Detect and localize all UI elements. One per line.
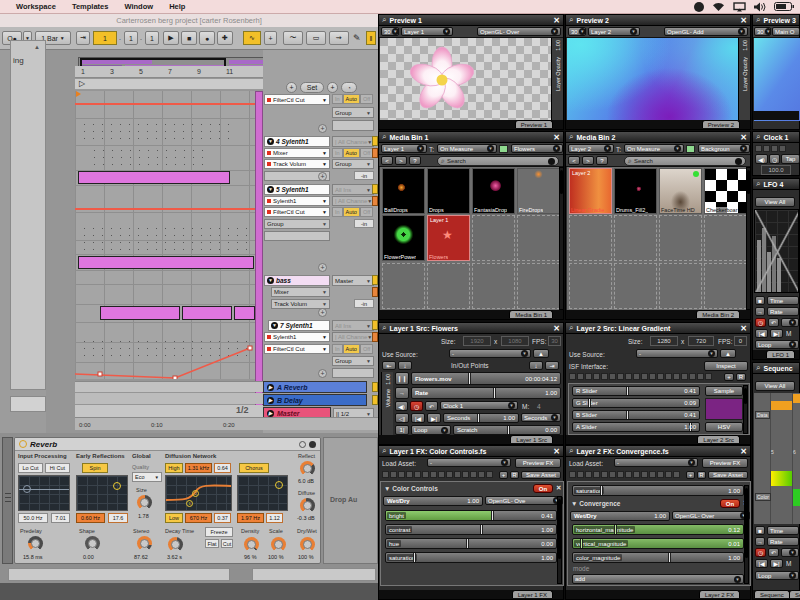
empty-media-slot[interactable] (382, 263, 425, 309)
low-freq-value[interactable]: 670 Hz (185, 513, 212, 523)
layer2-src-tab[interactable]: Layer 2 Src (697, 435, 740, 443)
mediabin2-titlebar[interactable]: ⌕Media Bin 2✕ (566, 132, 750, 143)
layer1-src-titlebar[interactable]: ⌕Layer 1 Src: Flowers✕ (379, 323, 563, 334)
fx1-load-asset-dropdown[interactable]: -▼ (427, 458, 511, 467)
high-shelf-button[interactable]: High (165, 463, 183, 473)
bin1-color-swatch[interactable] (499, 145, 508, 153)
pencil-icon[interactable]: ✎ (353, 33, 361, 43)
ip-q-value[interactable]: 7.01 (51, 513, 70, 523)
preview1-layer-dropdown[interactable]: Layer 1▼ (401, 27, 453, 36)
fx1-remove-icon[interactable]: ✕ (556, 484, 561, 492)
airplay-icon[interactable] (733, 2, 746, 12)
track4-name[interactable]: ▼4 Sylenth1 (264, 136, 330, 147)
track4-gain[interactable]: -in (354, 171, 374, 180)
punch-button[interactable]: ✚ (217, 31, 233, 45)
fx1-wetdry-slider[interactable]: Wet/Dry1.00 (383, 496, 483, 506)
preview2-titlebar[interactable]: ⌕Preview 2✕ (566, 15, 750, 26)
drywet-knob[interactable] (300, 537, 315, 552)
mediabin2-tab[interactable]: Media Bin 2 (696, 310, 740, 318)
src1-width-field[interactable]: 1920 (463, 336, 491, 346)
src2-height-field[interactable]: 720 (688, 336, 714, 346)
src1-audio-button[interactable]: ◀) (395, 401, 408, 411)
preview1-titlebar[interactable]: ⌕Preview 1✕ (379, 15, 563, 26)
media-item[interactable]: FireDrops (517, 168, 560, 214)
lfo-time-pill[interactable]: Time (767, 296, 799, 305)
chorus-amt-value[interactable]: 1.12 (266, 513, 283, 523)
fx2-wetdry-slider[interactable]: Wet/Dry1.00 (570, 511, 670, 521)
fx2-scrollbar[interactable] (744, 485, 749, 584)
src1-volume-slider[interactable]: 1.00 Volume (381, 372, 393, 435)
lfo-loop-dropdown[interactable]: Loop▼ (755, 340, 799, 349)
fx2-add-button[interactable]: + (686, 471, 695, 479)
fx2-mode-dropdown[interactable]: add▼ (572, 574, 744, 584)
preview1-fps-dropdown[interactable]: 30▼ (381, 27, 399, 36)
bass-name[interactable]: ▼bass (264, 275, 330, 286)
preview2-blend-dropdown[interactable]: OpenGL- Add▼ (664, 27, 748, 36)
src1-rewind-button[interactable]: |◀ (411, 413, 425, 423)
ableton-titlebar[interactable]: Carterrosen berg project [carter Rosenbe… (0, 14, 378, 27)
media-item[interactable]: BallDrops (382, 168, 425, 214)
add-right-button[interactable]: + (327, 82, 338, 93)
layer1-fx-tab[interactable]: Layer 1 FX (512, 590, 553, 598)
flat-button[interactable]: Flat (205, 539, 219, 548)
menu-templates[interactable]: Templates (72, 2, 109, 11)
close-icon[interactable]: ✕ (553, 133, 560, 142)
clock-metronome-button[interactable]: ◷ (769, 154, 780, 164)
group-track-color-strip[interactable] (255, 91, 263, 417)
empty-media-slot[interactable] (704, 263, 747, 309)
time-ruler[interactable]: 0:00 0:10 0:20 (75, 417, 378, 430)
src1-clock-dropdown[interactable]: Clock 1▼ (440, 401, 518, 410)
midi-overdub-button[interactable]: ∿ (243, 31, 261, 45)
user-icon[interactable] (694, 2, 704, 12)
fx1-bright-slider[interactable]: bright0.41 (385, 510, 557, 521)
stop-button[interactable]: ■ (181, 31, 197, 45)
src2-b-slider[interactable]: B Slider0.41 (572, 410, 700, 420)
src2-width-field[interactable]: 1280 (650, 336, 678, 346)
lfo-clock-sync-button[interactable]: ◷ (755, 318, 766, 327)
track4-input-dropdown[interactable]: | All Channe▼ (332, 136, 374, 147)
shape-knob[interactable] (85, 536, 100, 551)
seq-time-pill[interactable]: Time (767, 526, 799, 535)
media-item-active[interactable]: Layer 2 Linear Gradie (569, 168, 612, 214)
fx1-on-button[interactable]: On (533, 484, 553, 493)
bass-gain[interactable]: -in (354, 299, 374, 308)
preview1-tab[interactable]: Preview 1 (515, 120, 553, 128)
fx2-hmag-slider[interactable]: horizontal_magnitude0.12 (572, 524, 744, 535)
track7-device-dropdown[interactable]: Sylenth1▼ (264, 332, 330, 342)
src1-loop-dropdown[interactable]: Loop▼ (411, 425, 451, 435)
src2-sample-button[interactable]: Sample (705, 386, 743, 396)
reverb-device-titlebar[interactable]: Reverb (15, 438, 320, 451)
src1-movie-scrubber[interactable]: Flowers.mov 00:00:04.12 (411, 372, 561, 385)
automation-button[interactable]: ⇝ (329, 31, 349, 45)
src1-step-button[interactable]: ◁| (395, 413, 409, 423)
track5-name[interactable]: ▼5 Sylenth1 (264, 184, 330, 195)
layer1-src-tab[interactable]: Layer 1 Src (510, 435, 553, 443)
src1-setout-button[interactable]: ↓ (529, 361, 543, 370)
track4-route-dropdown[interactable]: Group▼ (332, 159, 374, 169)
hicut-button[interactable]: Hi Cut (45, 463, 70, 473)
preview2-layer-dropdown[interactable]: Layer 2▼ (588, 27, 640, 36)
spin-button[interactable]: Spin (82, 463, 108, 473)
preview2-fps-dropdown[interactable]: 30▼ (568, 27, 586, 36)
seq-play-button[interactable]: → (755, 537, 765, 546)
layer2-src-titlebar[interactable]: ⌕Layer 2 Src: Linear Gradient✕ (566, 323, 750, 334)
lfo-graph[interactable] (754, 209, 799, 293)
automation-ramp[interactable] (75, 340, 255, 379)
record-button[interactable]: ● (199, 31, 215, 45)
draw-mode-button[interactable]: 〜 (283, 31, 303, 45)
track4-monitor[interactable]: InAutoOff (332, 148, 373, 158)
bin2-search-input[interactable]: ⌕Search (624, 156, 746, 166)
bin1-help-button[interactable]: ? (409, 156, 421, 165)
src1-setin-button[interactable]: ↓ (398, 361, 412, 370)
bin1-group-dropdown[interactable]: Flowers▼ (511, 144, 563, 153)
track5-param-dropdown[interactable]: FilterCtl Cut▼ (264, 207, 330, 217)
ip-freq-value[interactable]: 50.0 Hz (18, 513, 48, 523)
src2-g-slider[interactable]: G Slider0.09 (572, 398, 700, 408)
track7-input-dropdown[interactable]: All Ins▼ (332, 320, 374, 331)
empty-media-slot[interactable] (427, 263, 470, 309)
preview3-titlebar[interactable]: ⌕Preview 3 (753, 15, 799, 26)
empty-media-slot[interactable] (472, 263, 515, 309)
wifi-icon[interactable] (712, 2, 725, 12)
bass-clip[interactable] (78, 256, 254, 269)
track5-blank[interactable] (264, 231, 330, 241)
